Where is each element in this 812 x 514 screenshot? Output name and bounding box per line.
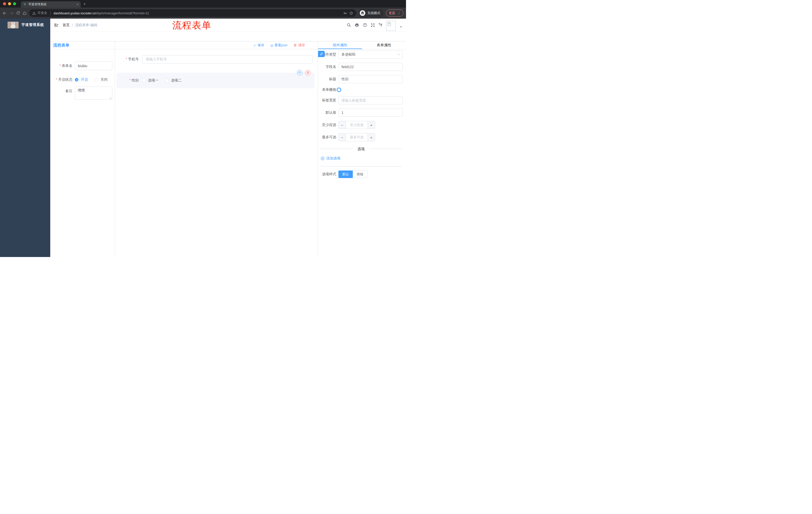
palette-title: 流程表单 <box>50 42 115 49</box>
avatar-caret-down-icon[interactable] <box>400 25 403 28</box>
max-select-value[interactable]: 最多可选 <box>346 134 368 141</box>
form-remark-label: 备注 <box>53 86 72 101</box>
phone-field-label: 手机号 <box>115 57 139 62</box>
browser-tab[interactable]: 芋道管理系统 × <box>21 1 81 7</box>
sidebar: 芋道管理系统 <box>0 19 50 257</box>
drawing-board: 手机号 请输入手机号 性别 选项一 选项二 <box>115 55 318 88</box>
component-type-select[interactable] <box>339 51 403 59</box>
breadcrumb-separator: / <box>72 23 73 27</box>
min-select-stepper: − 至少应选 + <box>339 121 375 129</box>
url-text[interactable]: dashboard.yudao.iocoder.cn/bpm/manager/f… <box>54 11 342 15</box>
options-divider: 选项 <box>320 146 403 151</box>
status-off-label[interactable]: 关闭 <box>100 77 108 82</box>
address-bar[interactable]: 不安全 dashboard.yudao.iocoder.cn/bpm/manag… <box>29 9 356 17</box>
save-button[interactable]: ✓ 保存 <box>254 43 264 48</box>
logo-rabbit-avatar <box>7 22 19 28</box>
fullscreen-icon[interactable] <box>371 23 375 27</box>
app-title: 芋道管理系统 <box>21 23 44 27</box>
textarea-resize-grip[interactable] <box>109 97 112 99</box>
delete-component-button[interactable] <box>305 70 311 76</box>
status-on-label[interactable]: 开启 <box>81 77 88 82</box>
form-name-row: 表单名 <box>53 61 112 70</box>
gender-option2-checkbox[interactable] <box>165 79 169 82</box>
field-name-row: 字段名 <box>320 63 403 71</box>
hamburger-icon[interactable] <box>54 23 58 27</box>
design-canvas: ✓ 保存 ◎ 查看json 清空 手机号 请输入手机号 <box>115 42 318 257</box>
title-label: 标题 <box>320 77 336 81</box>
check-icon: ✓ <box>254 44 256 47</box>
component-type-row: 组件类型 <box>320 51 403 59</box>
chip-divider <box>50 11 51 15</box>
plus-button[interactable]: + <box>368 121 375 129</box>
app-header: 首页 / 流程表单-编辑 TT <box>50 19 406 31</box>
default-value-input[interactable] <box>339 109 403 117</box>
font-size-icon[interactable]: TT <box>379 23 382 27</box>
github-icon[interactable] <box>355 23 359 27</box>
form-remark-row: 备注 嘿嘿 <box>53 86 112 101</box>
plus-button[interactable]: + <box>368 134 375 141</box>
field-name-input[interactable] <box>339 63 403 71</box>
gender-option2-label[interactable]: 选项二 <box>171 78 182 83</box>
max-select-row: 最多可选 − 最多可选 + <box>320 133 403 141</box>
back-icon[interactable] <box>2 11 7 15</box>
title-input[interactable] <box>339 75 403 83</box>
status-on-radio[interactable] <box>75 78 78 81</box>
add-option-button[interactable]: 添加选项 <box>321 156 403 161</box>
forward-icon[interactable] <box>9 11 13 15</box>
form-grid-row: 表单栅格 <box>320 87 403 92</box>
breadcrumb: 首页 / 流程表单-编辑 <box>63 23 97 27</box>
default-value-row: 默认值 <box>320 109 403 117</box>
slider-handle[interactable] <box>337 87 341 92</box>
min-select-value[interactable]: 至少应选 <box>346 121 368 129</box>
form-name-label: 表单名 <box>53 61 72 70</box>
copy-component-button[interactable] <box>297 70 302 76</box>
home-icon[interactable] <box>23 11 27 15</box>
bookmark-star-icon[interactable] <box>349 11 353 15</box>
new-tab-button[interactable]: + <box>83 2 86 6</box>
view-icon: ◎ <box>270 44 273 47</box>
form-meta: 表单名 开启状态 开启 关闭 备注 <box>53 61 112 101</box>
style-default-button[interactable]: 默认 <box>339 170 353 178</box>
sidebar-logo[interactable]: 芋道管理系统 <box>0 19 50 31</box>
form-remark-textarea[interactable]: 嘿嘿 <box>75 86 112 100</box>
tab-component-props[interactable]: 组件属性 <box>318 42 362 49</box>
key-icon[interactable] <box>343 11 347 15</box>
form-status-row: 开启状态 开启 关闭 <box>53 76 112 82</box>
clear-button[interactable]: 清空 <box>293 43 305 48</box>
window-controls[interactable] <box>3 2 16 5</box>
search-icon[interactable] <box>347 23 351 27</box>
tab-form-props[interactable]: 表单属性 <box>362 42 406 49</box>
gender-field-selected[interactable]: 性别 选项一 选项二 <box>117 73 315 88</box>
label-width-input[interactable] <box>339 96 403 104</box>
phone-field-row[interactable]: 手机号 请输入手机号 <box>115 55 318 64</box>
tags-view <box>50 31 406 42</box>
avatar[interactable] <box>386 21 396 31</box>
gender-option1-label[interactable]: 选项一 <box>148 78 158 83</box>
form-name-input[interactable] <box>75 61 112 70</box>
reload-icon[interactable] <box>16 11 20 15</box>
incognito-icon <box>360 10 365 16</box>
min-select-row: 至少应选 − 至少应选 + <box>320 121 403 129</box>
minus-button[interactable]: − <box>339 121 346 129</box>
style-button-button[interactable]: 按钮 <box>353 170 367 178</box>
tab-close-icon[interactable]: × <box>76 3 78 6</box>
minus-button[interactable]: − <box>339 134 346 141</box>
gender-option1-checkbox[interactable] <box>142 79 146 82</box>
link-icon[interactable] <box>318 51 325 57</box>
incognito-label: 无痕模式 <box>367 11 380 15</box>
phone-field-input[interactable]: 请输入手机号 <box>142 55 313 64</box>
form-status-label: 开启状态 <box>53 76 72 82</box>
screen: 芋道管理系统 × + 不安全 dashboard.yudao.iocoder.c… <box>0 0 406 257</box>
close-window-button[interactable] <box>3 2 6 5</box>
browser-update-button[interactable]: 更新 ⋮ <box>386 9 404 17</box>
breadcrumb-home[interactable]: 首页 <box>63 23 69 27</box>
title-row: 标题 <box>320 75 403 83</box>
zoom-window-button[interactable] <box>13 2 16 5</box>
help-icon[interactable] <box>363 23 367 27</box>
status-off-radio[interactable] <box>94 78 98 81</box>
trash-icon <box>293 44 297 47</box>
view-json-button[interactable]: ◎ 查看json <box>270 43 287 48</box>
browser-menu-icon[interactable]: ⋮ <box>397 11 401 15</box>
minimize-window-button[interactable] <box>8 2 11 5</box>
security-chip[interactable]: 不安全 <box>32 11 47 15</box>
